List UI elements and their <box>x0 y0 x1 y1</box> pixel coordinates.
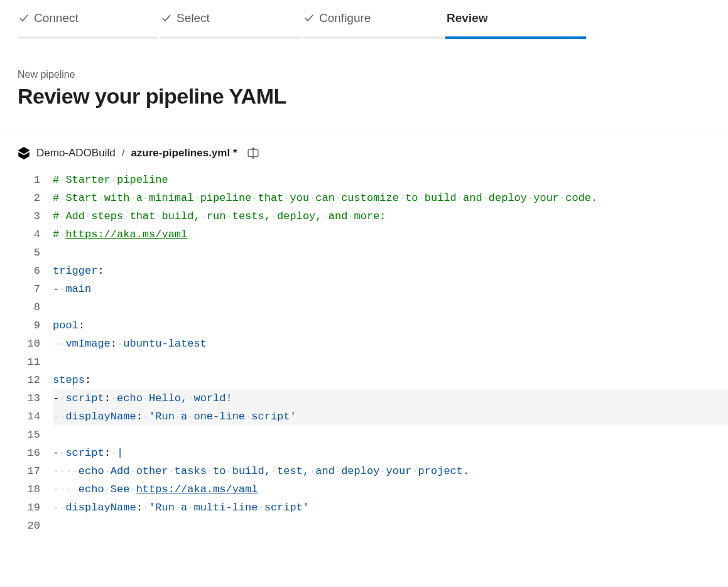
code-line[interactable]: ··displayName:·'Run·a·multi-line·script' <box>53 498 728 517</box>
step-label: Connect <box>34 11 79 25</box>
page-header: New pipeline Review your pipeline YAML <box>0 39 728 129</box>
line-number: 5 <box>18 244 40 262</box>
step-label: Configure <box>319 11 371 25</box>
line-number: 2 <box>18 189 40 207</box>
line-number: 13 <box>18 389 40 407</box>
step-connect[interactable]: Connect <box>18 11 158 39</box>
code-line[interactable]: #·Starter·pipeline <box>53 171 728 189</box>
path-separator: / <box>122 147 125 159</box>
step-label: Review <box>447 11 487 25</box>
step-configure[interactable]: Configure <box>303 11 443 39</box>
page-title: Review your pipeline YAML <box>18 84 710 109</box>
code-line[interactable]: #·https://aka.ms/yaml <box>53 225 728 244</box>
line-number: 8 <box>18 298 40 316</box>
checkmark-icon <box>19 13 29 23</box>
code-line[interactable]: ····echo·Add·other·tasks·to·build,·test,… <box>53 462 728 480</box>
step-indicator <box>303 36 443 39</box>
file-name: azure-pipelines.yml * <box>131 147 237 159</box>
code-line[interactable]: steps: <box>53 371 728 389</box>
line-number: 14 <box>18 407 40 426</box>
line-number: 1 <box>18 171 40 189</box>
step-indicator <box>18 36 158 39</box>
code-line[interactable] <box>53 353 728 371</box>
line-number: 3 <box>18 207 40 225</box>
line-number: 15 <box>18 426 40 444</box>
code-line[interactable]: -·main <box>53 280 728 298</box>
code-line[interactable]: pool: <box>53 316 728 335</box>
line-number: 4 <box>18 225 40 244</box>
checkmark-icon <box>161 13 171 23</box>
code-line[interactable]: -·script:·echo·Hello,·world! <box>53 389 728 407</box>
line-gutter: 1234567891011121314151617181920 <box>18 171 53 535</box>
step-indicator <box>445 36 586 39</box>
code-line[interactable]: ····echo·See·https://aka.ms/yaml <box>53 480 728 498</box>
code-line[interactable] <box>53 298 728 316</box>
line-number: 6 <box>18 262 40 280</box>
code-line[interactable]: #·Start·with·a·minimal·pipeline·that·you… <box>53 189 728 207</box>
line-number: 16 <box>18 444 40 462</box>
code-line[interactable]: ··displayName:·'Run·a·one-line·script' <box>53 407 728 426</box>
breadcrumb: New pipeline <box>18 69 710 80</box>
step-indicator <box>160 36 301 39</box>
code-line[interactable] <box>53 426 728 444</box>
line-number: 19 <box>18 498 40 517</box>
wizard-stepper: ConnectSelectConfigureReview <box>0 0 728 39</box>
code-line[interactable]: #·Add·steps·that·build,·run·tests,·deplo… <box>53 207 728 225</box>
rename-icon[interactable] <box>247 148 259 159</box>
code-area[interactable]: #·Starter·pipeline#·Start·with·a·minimal… <box>53 171 728 535</box>
step-review[interactable]: Review <box>445 11 586 39</box>
line-number: 17 <box>18 462 40 480</box>
yaml-editor[interactable]: 1234567891011121314151617181920 #·Starte… <box>0 171 728 535</box>
line-number: 10 <box>18 335 40 353</box>
line-number: 9 <box>18 316 40 335</box>
file-path: Demo-ADOBuild / azure-pipelines.yml * <box>0 129 728 171</box>
code-line[interactable]: trigger: <box>53 262 728 280</box>
line-number: 7 <box>18 280 40 298</box>
repo-name: Demo-ADOBuild <box>36 147 116 159</box>
repo-icon <box>18 147 30 159</box>
code-line[interactable]: ··vmImage:·ubuntu-latest <box>53 335 728 353</box>
code-line[interactable]: -·script:·| <box>53 444 728 462</box>
line-number: 12 <box>18 371 40 389</box>
line-number: 11 <box>18 353 40 371</box>
code-line[interactable] <box>53 244 728 262</box>
checkmark-icon <box>304 13 314 23</box>
step-label: Select <box>177 11 210 25</box>
code-line[interactable] <box>53 517 728 535</box>
line-number: 18 <box>18 480 40 498</box>
line-number: 20 <box>18 517 40 535</box>
step-select[interactable]: Select <box>160 11 301 39</box>
